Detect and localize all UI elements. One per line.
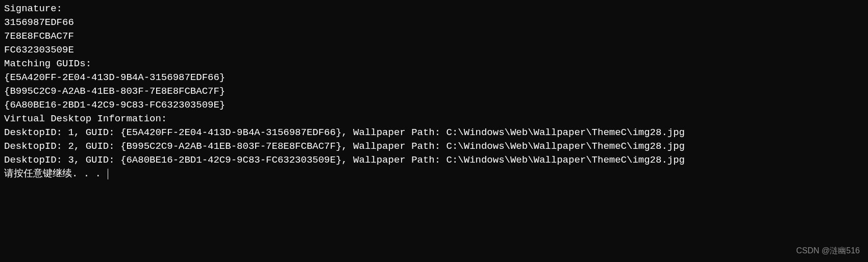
desktop-info-row: DesktopID: 1, GUID: {E5A420FF-2E04-413D-… bbox=[4, 126, 864, 140]
guid-value: {B995C2C9-A2AB-41EB-803F-7E8E8FCBAC7F} bbox=[4, 85, 864, 98]
guid-value: {6A80BE16-2BD1-42C9-9C83-FC632303509E} bbox=[4, 98, 864, 112]
desktop-info-row: DesktopID: 2, GUID: {B995C2C9-A2AB-41EB-… bbox=[4, 140, 864, 153]
cursor-icon bbox=[108, 169, 108, 179]
vdi-label: Virtual Desktop Information: bbox=[4, 112, 864, 126]
desktop-info-row: DesktopID: 3, GUID: {6A80BE16-2BD1-42C9-… bbox=[4, 153, 864, 167]
signature-value: 7E8E8FCBAC7F bbox=[4, 30, 864, 43]
signature-value: 3156987EDF66 bbox=[4, 16, 864, 30]
signature-value: FC632303509E bbox=[4, 43, 864, 57]
matching-guids-label: Matching GUIDs: bbox=[4, 57, 864, 71]
guid-value: {E5A420FF-2E04-413D-9B4A-3156987EDF66} bbox=[4, 71, 864, 85]
watermark: CSDN @涟幽516 bbox=[796, 245, 860, 257]
signature-label: Signature: bbox=[4, 2, 864, 16]
press-any-key-prompt: 请按任意键继续. . . bbox=[4, 167, 864, 181]
terminal-output[interactable]: Signature: 3156987EDF66 7E8E8FCBAC7F FC6… bbox=[4, 2, 864, 181]
